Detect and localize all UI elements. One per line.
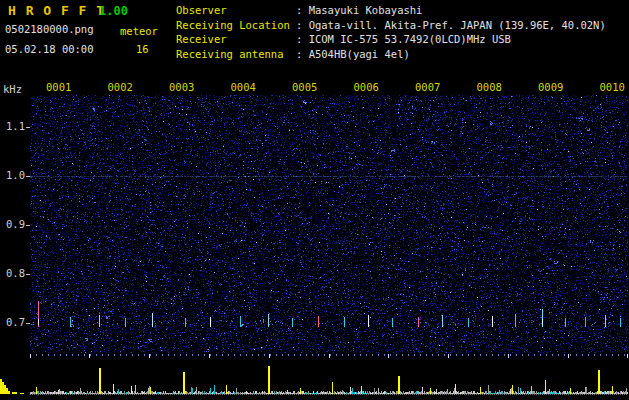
app-version: 1.00 bbox=[99, 4, 128, 18]
hrofft-output-screen: H R O F F T 1.00 0502180000.png meteor 0… bbox=[0, 0, 629, 400]
observation-datetime: 05.02.18 00:00 bbox=[5, 43, 94, 55]
time-tick-label: 0003 bbox=[169, 81, 194, 93]
station-row-label: Observer bbox=[176, 3, 296, 18]
time-tick-label: 0005 bbox=[292, 81, 317, 93]
station-row-label: Receiver bbox=[176, 32, 296, 47]
freq-tick-label: 0.8 bbox=[0, 267, 25, 279]
time-tick-label: 0009 bbox=[538, 81, 563, 93]
freq-tick-label: 0.7 bbox=[0, 316, 25, 328]
freq-tick-label: 1.1 bbox=[0, 120, 25, 132]
time-tick-label: 0008 bbox=[477, 81, 502, 93]
station-row-label: Receiving antenna bbox=[176, 47, 296, 62]
station-row-value: : A504HB(yagi 4el) bbox=[296, 48, 410, 60]
freq-unit-label: kHz bbox=[3, 83, 22, 95]
time-tick-label: 0007 bbox=[415, 81, 440, 93]
station-row: Receiving antenna: A504HB(yagi 4el) bbox=[176, 47, 606, 62]
station-info: Observer: Masayuki KobayashiReceiving Lo… bbox=[176, 3, 606, 61]
station-row: Receiving Location: Ogata-vill. Akita-Pr… bbox=[176, 18, 606, 33]
station-row: Observer: Masayuki Kobayashi bbox=[176, 3, 606, 18]
output-filename: 0502180000.png bbox=[5, 23, 94, 35]
time-tick-label: 0004 bbox=[231, 81, 256, 93]
station-row-value: : Ogata-vill. Akita-Pref. JAPAN (139.96E… bbox=[296, 19, 606, 31]
signal-level-strip-canvas bbox=[0, 358, 629, 400]
time-tick-label: 0001 bbox=[46, 81, 71, 93]
freq-tick-label: 1.0 bbox=[0, 169, 25, 181]
station-row-label: Receiving Location bbox=[176, 18, 296, 33]
meteor-label: meteor bbox=[120, 25, 158, 37]
freq-tick-label: 0.9 bbox=[0, 218, 25, 230]
time-tick-label: 0010 bbox=[600, 81, 625, 93]
station-row-value: : ICOM IC-575 53.7492(0LCD)MHz USB bbox=[296, 33, 511, 45]
station-row: Receiver: ICOM IC-575 53.7492(0LCD)MHz U… bbox=[176, 32, 606, 47]
station-row-value: : Masayuki Kobayashi bbox=[296, 4, 422, 16]
time-tick-label: 0006 bbox=[354, 81, 379, 93]
spectrogram-canvas bbox=[30, 95, 628, 358]
meteor-count: 16 bbox=[136, 43, 149, 55]
app-title: H R O F F T bbox=[8, 3, 105, 18]
time-tick-label: 0002 bbox=[108, 81, 133, 93]
